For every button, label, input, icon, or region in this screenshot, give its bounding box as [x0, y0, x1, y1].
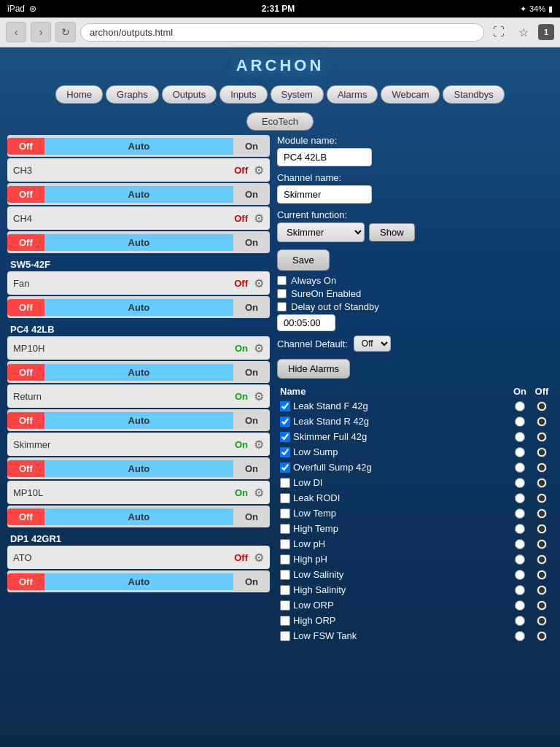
alarm-checkbox[interactable] [280, 447, 290, 457]
alarm-off-radio[interactable] [537, 554, 547, 565]
mp10h-toggle-on[interactable]: On [233, 364, 270, 381]
alarm-checkbox[interactable] [280, 478, 290, 488]
sureon-checkbox[interactable] [277, 289, 287, 298]
tab-count[interactable]: 1 [538, 24, 554, 40]
mp10h-toggle[interactable]: Off Auto On [7, 361, 270, 383]
mp10h-gear-icon[interactable]: ⚙ [254, 341, 264, 355]
skimmer-toggle-auto[interactable]: Auto [44, 460, 233, 477]
ch4-gear-icon[interactable]: ⚙ [254, 212, 264, 225]
alarm-off-radio[interactable] [537, 631, 547, 641]
alarm-on-radio[interactable] [515, 570, 525, 580]
ch3-toggle-off[interactable]: Off [7, 186, 44, 203]
mp10h-toggle-off[interactable]: Off [7, 364, 44, 381]
alarm-on-radio[interactable] [515, 524, 525, 534]
alarm-off-radio[interactable] [537, 600, 547, 611]
alarm-checkbox[interactable] [280, 432, 290, 442]
alarm-on-radio[interactable] [515, 478, 525, 488]
alarm-on-radio[interactable] [515, 417, 525, 427]
delay-time-input[interactable] [277, 314, 335, 331]
share-button[interactable]: ⛶ [489, 22, 509, 42]
ecotech-button[interactable]: EcoTech [246, 112, 314, 131]
alarm-on-radio[interactable] [515, 447, 525, 457]
refresh-button[interactable]: ↻ [55, 22, 76, 42]
alarm-on-radio[interactable] [515, 539, 525, 549]
alarm-off-radio[interactable] [537, 508, 547, 519]
alarm-on-radio[interactable] [515, 508, 525, 519]
ch4-toggle-off[interactable]: Off [7, 234, 44, 251]
fan-toggle-off[interactable]: Off [7, 299, 44, 316]
ato-gear-icon[interactable]: ⚙ [254, 551, 264, 565]
alarm-off-radio[interactable] [537, 462, 547, 473]
module-name-input[interactable] [277, 148, 372, 166]
ch3-toggle-auto[interactable]: Auto [44, 186, 233, 203]
skimmer-toggle-off[interactable]: Off [7, 460, 44, 477]
alarm-checkbox[interactable] [280, 554, 290, 565]
top-toggle-1[interactable]: Off Auto On [7, 135, 270, 157]
return-gear-icon[interactable]: ⚙ [254, 390, 264, 403]
alarm-off-radio[interactable] [537, 447, 547, 457]
return-toggle-auto[interactable]: Auto [44, 412, 233, 429]
hide-alarms-button[interactable]: Hide Alarms [277, 359, 350, 379]
nav-system[interactable]: System [271, 85, 324, 104]
alarm-on-radio[interactable] [515, 600, 525, 611]
alarm-off-radio[interactable] [537, 493, 547, 503]
nav-graphs[interactable]: Graphs [106, 85, 159, 104]
alarm-off-radio[interactable] [537, 524, 547, 534]
alarm-checkbox[interactable] [280, 539, 290, 549]
nav-webcam[interactable]: Webcam [381, 85, 440, 104]
nav-alarms[interactable]: Alarms [327, 85, 378, 104]
toggle-off-label[interactable]: Off [7, 138, 44, 155]
mp10h-toggle-auto[interactable]: Auto [44, 364, 233, 381]
alarm-checkbox[interactable] [280, 462, 290, 473]
nav-standbys[interactable]: Standbys [443, 85, 504, 104]
return-toggle[interactable]: Off Auto On [7, 409, 270, 431]
alarm-on-radio[interactable] [515, 616, 525, 626]
alarm-on-radio[interactable] [515, 401, 525, 411]
channel-default-select[interactable]: Off On [354, 336, 391, 352]
channel-name-input[interactable] [277, 185, 372, 204]
save-button[interactable]: Save [277, 249, 330, 271]
alarm-off-radio[interactable] [537, 539, 547, 549]
toggle-on-label[interactable]: On [233, 138, 270, 155]
alarm-checkbox[interactable] [280, 493, 290, 503]
return-toggle-off[interactable]: Off [7, 412, 44, 429]
alarm-off-radio[interactable] [537, 478, 547, 488]
ato-toggle-on[interactable]: On [233, 573, 270, 590]
alarm-checkbox[interactable] [280, 616, 290, 626]
mp10l-toggle-on[interactable]: On [233, 508, 270, 525]
alarm-checkbox[interactable] [280, 600, 290, 611]
alarm-checkbox[interactable] [280, 570, 290, 580]
alarm-off-radio[interactable] [537, 585, 547, 595]
alarm-on-radio[interactable] [515, 585, 525, 595]
skimmer-gear-icon[interactable]: ⚙ [254, 438, 264, 452]
alarm-checkbox[interactable] [280, 585, 290, 595]
url-bar[interactable]: archon/outputs.html [80, 23, 484, 42]
fan-toggle[interactable]: Off Auto On [7, 296, 270, 318]
mp10l-toggle[interactable]: Off Auto On [7, 506, 270, 527]
alarm-off-radio[interactable] [537, 570, 547, 580]
alarm-checkbox[interactable] [280, 524, 290, 534]
fan-gear-icon[interactable]: ⚙ [254, 276, 264, 290]
ch4-toggle-auto[interactable]: Auto [44, 234, 233, 251]
ch4-toggle-on[interactable]: On [233, 234, 270, 251]
back-button[interactable]: ‹ [6, 22, 26, 42]
function-select[interactable]: Skimmer Return MP10H MP10L ATO Fan [277, 222, 365, 242]
alarm-off-radio[interactable] [537, 616, 547, 626]
mp10l-gear-icon[interactable]: ⚙ [254, 486, 264, 500]
forward-button[interactable]: › [31, 22, 51, 42]
fan-toggle-on[interactable]: On [233, 299, 270, 316]
alarm-off-radio[interactable] [537, 401, 547, 411]
alarm-off-radio[interactable] [537, 417, 547, 427]
ato-toggle[interactable]: Off Auto On [7, 570, 270, 592]
show-button[interactable]: Show [369, 223, 415, 241]
alarm-checkbox[interactable] [280, 417, 290, 427]
ch3-toggle[interactable]: Off Auto On [7, 183, 270, 205]
alarm-on-radio[interactable] [515, 631, 525, 641]
fan-toggle-auto[interactable]: Auto [44, 299, 233, 316]
delay-standby-checkbox[interactable] [277, 302, 287, 311]
ato-toggle-auto[interactable]: Auto [44, 573, 233, 590]
skimmer-toggle[interactable]: Off Auto On [7, 457, 270, 479]
ch3-gear-icon[interactable]: ⚙ [254, 163, 264, 177]
ch4-toggle[interactable]: Off Auto On [7, 231, 270, 253]
skimmer-toggle-on[interactable]: On [233, 460, 270, 477]
